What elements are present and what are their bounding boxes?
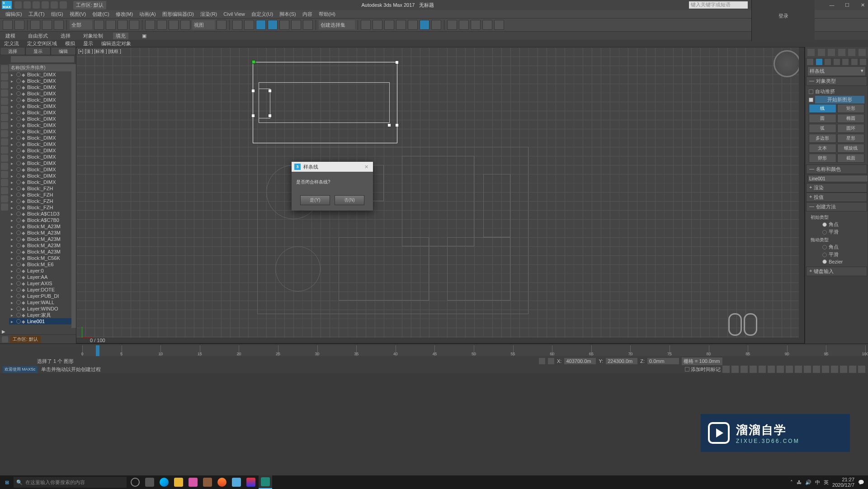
shape-button[interactable]: 多边形 — [809, 134, 836, 143]
keyboard-icon[interactable] — [244, 20, 254, 30]
helpers-cat-icon[interactable] — [842, 59, 849, 65]
rollout-keyboard[interactable]: +键盘输入 — [806, 267, 867, 276]
tree-item[interactable]: ▸◆Block:_DIMX — [9, 71, 76, 78]
explorer-ic-16[interactable] — [1, 187, 8, 194]
task-notes[interactable] — [230, 475, 243, 489]
help-search-input[interactable]: 键入关键字或短语 — [689, 1, 748, 9]
autodesk360-icon[interactable] — [787, 23, 794, 30]
x-coord[interactable]: 403700.0m — [564, 358, 596, 364]
qat-redo-icon[interactable] — [51, 1, 58, 9]
explorer-ic-7[interactable] — [1, 114, 8, 121]
ref-coord-dropdown[interactable]: 视图 — [192, 20, 215, 29]
tree-item[interactable]: ▸◆Block:_DIMX — [9, 109, 76, 116]
ribbon-cmd-flow[interactable]: 定义流 — [3, 40, 20, 47]
snap-manip-icon[interactable] — [232, 20, 242, 30]
explorer-scrollbar[interactable] — [71, 64, 76, 328]
selection-filter[interactable]: 全部 — [70, 20, 92, 29]
task-app3[interactable] — [244, 475, 258, 489]
play-icon[interactable] — [759, 366, 766, 373]
dialog-yes-button[interactable]: 是(Y) — [300, 195, 330, 205]
lights-cat-icon[interactable] — [825, 59, 831, 65]
initial-smooth-radio[interactable]: 平滑 — [809, 228, 864, 236]
tree-item[interactable]: ▸◆Layer:AXIS — [9, 280, 76, 287]
explorer-tab-select[interactable]: 选择 — [0, 47, 25, 55]
tree-item[interactable]: ▸◆Block:_DIMX — [9, 116, 76, 122]
tree-item[interactable]: ▸◆Block:_DIMX — [9, 135, 76, 141]
app-logo-icon[interactable]: 3MAX — [2, 1, 12, 9]
rotate-icon[interactable] — [157, 20, 167, 30]
tree-item[interactable]: ▸◆Layer:0 — [9, 268, 76, 274]
drag-bezier-radio[interactable]: Bezier — [809, 259, 864, 265]
menu-edit[interactable]: 编辑(E) — [3, 11, 25, 18]
tree-item[interactable]: ▸◆Block:_FZH — [9, 198, 76, 204]
tree-item[interactable]: ▸◆Block:_DIMX — [9, 179, 76, 185]
tree-item[interactable]: ▸◆Block:A$C1D3 — [9, 211, 76, 217]
tray-chevron-icon[interactable]: ˄ — [790, 480, 793, 485]
menu-content[interactable]: 内容 — [300, 11, 315, 18]
menu-group[interactable]: 组(G) — [48, 11, 66, 18]
tree-item[interactable]: ▸◆Block:A$C7B0 — [9, 217, 76, 223]
shape-button[interactable]: 线 — [809, 104, 836, 113]
redo-icon[interactable] — [14, 20, 24, 30]
play-prev-icon[interactable] — [741, 366, 748, 373]
dialog-no-button[interactable]: 否(N) — [335, 195, 364, 205]
select-icon[interactable] — [94, 20, 104, 30]
a360-icon[interactable] — [482, 20, 492, 30]
named-selection-set[interactable]: 创建选择集 — [319, 20, 355, 29]
active-vertex[interactable] — [252, 60, 255, 64]
ribbon-toggle-icon[interactable]: ▣ — [139, 33, 149, 39]
tree-item[interactable]: ▸◆Block:_DIMX — [9, 84, 76, 90]
layer-icon[interactable] — [384, 20, 394, 30]
tree-item[interactable]: ▸◆Block:_DIMX — [9, 78, 76, 84]
tree-item[interactable]: ▸◆Line001 — [9, 318, 76, 324]
menu-tools[interactable]: 工具(T) — [26, 11, 47, 18]
ribbon-cmd-editsel[interactable]: 编辑选定对象 — [100, 40, 132, 47]
align-icon[interactable] — [373, 20, 382, 30]
explorer-ic-4[interactable] — [1, 89, 8, 97]
explorer-expand-icon[interactable]: ▶ — [2, 329, 5, 334]
tree-item[interactable]: ▸◆Block:_DIMX — [9, 97, 76, 103]
menu-animation[interactable]: 动画(A) — [137, 11, 159, 18]
object-name-input[interactable] — [808, 175, 868, 182]
tree-item[interactable]: ▸◆Block:_FZH — [9, 204, 76, 211]
time-slider[interactable]: 0510152025303540455055606570758085909510… — [0, 343, 868, 357]
ribbon-tab-objpaint[interactable]: 对象绘制 — [80, 33, 106, 39]
utilities-tab-icon[interactable] — [859, 49, 866, 56]
shape-button[interactable]: 文本 — [809, 144, 836, 153]
render-frame-icon[interactable] — [459, 20, 469, 30]
task-app2[interactable] — [201, 475, 214, 489]
setkey-icon[interactable] — [731, 366, 739, 373]
space-cat-icon[interactable] — [851, 59, 858, 65]
menu-views[interactable]: 视图(V) — [67, 11, 89, 18]
shape-button[interactable]: 星形 — [837, 134, 865, 143]
explorer-tab-edit[interactable]: 编辑 — [51, 47, 76, 55]
menu-script[interactable]: 脚本(S) — [277, 11, 299, 18]
ribbon-cmd-idle[interactable]: 定义空闲区域 — [26, 40, 58, 47]
tray-ime-en[interactable]: 英 — [824, 479, 829, 486]
menu-modify[interactable]: 修改(M) — [113, 11, 136, 18]
qat-open-icon[interactable] — [24, 1, 31, 9]
explorer-ic-1[interactable] — [1, 65, 8, 72]
viewport-label[interactable]: [+] [顶 ] [标准 ] [线框 ] — [78, 48, 121, 55]
play-fwd-icon[interactable] — [768, 366, 775, 373]
lock-icon[interactable] — [539, 358, 545, 364]
menu-civil[interactable]: Civil View — [221, 11, 247, 17]
shape-button[interactable]: 椭圆 — [837, 114, 865, 123]
render-setup-icon[interactable] — [447, 20, 457, 30]
rect-select-icon[interactable] — [118, 20, 127, 30]
tray-network-icon[interactable]: 🖧 — [797, 480, 802, 485]
qat-new-icon[interactable] — [14, 1, 22, 9]
z-coord[interactable]: 0.0mm — [647, 358, 679, 364]
material-editor-icon[interactable] — [431, 20, 441, 30]
timeconfig-icon[interactable] — [786, 366, 793, 373]
shape-button[interactable]: 卵形 — [809, 154, 836, 163]
explorer-tab-display[interactable]: 显示 — [25, 47, 51, 55]
explorer-ic-2[interactable] — [1, 73, 8, 80]
shape-button[interactable]: 矩形 — [837, 104, 865, 113]
explorer-workspace-badge[interactable]: 工作区: 默认 — [10, 336, 41, 343]
tree-item[interactable]: ▸◆Block:M_A23M — [9, 242, 76, 249]
ribbon-cmd-sim[interactable]: 模拟 — [64, 40, 76, 47]
select-name-icon[interactable] — [106, 20, 116, 30]
pivot-icon[interactable] — [217, 20, 226, 30]
explorer-ic-17[interactable] — [1, 195, 8, 202]
